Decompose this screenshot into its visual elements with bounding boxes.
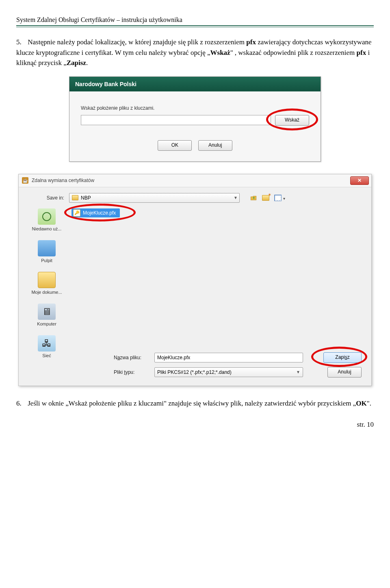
save-dialog-title: Zdalna wymiana certyfikatów xyxy=(32,178,350,183)
up-one-level-button[interactable] xyxy=(249,194,258,202)
computer-icon: 🖥 xyxy=(38,304,56,320)
chevron-down-icon: ▼ xyxy=(234,195,238,200)
save-dialog: ☕ Zdalna wymiana certyfikatów ✕ Save in:… xyxy=(18,174,372,386)
folder-up-icon xyxy=(250,194,257,202)
anuluj-button[interactable]: Anuluj xyxy=(327,367,362,378)
place-label: Moje dokume... xyxy=(24,290,69,295)
place-label: Pulpit xyxy=(24,258,69,263)
nbp-dialog: Narodowy Bank Polski Wskaż położenie pli… xyxy=(69,76,321,162)
save-dialog-titlebar: ☕ Zdalna wymiana certyfikatów ✕ xyxy=(19,174,371,187)
certificate-file-icon: 🔑 xyxy=(73,209,80,217)
new-folder-button[interactable]: ✶ xyxy=(262,194,270,202)
documents-icon xyxy=(38,272,56,288)
recent-icon xyxy=(38,208,56,225)
save-in-value: NBP xyxy=(81,195,91,201)
filetype-label: Pliki typu: xyxy=(114,369,154,375)
place-desktop[interactable]: Pulpit xyxy=(24,237,69,269)
zapisz-button[interactable]: Zapisz xyxy=(323,352,362,363)
file-path-input[interactable] xyxy=(81,115,271,125)
save-in-combo[interactable]: NBP ▼ xyxy=(69,193,240,203)
sparkle-icon: ✶ xyxy=(268,192,271,197)
place-label: Niedawno uż... xyxy=(24,226,69,231)
ok-button[interactable]: OK xyxy=(158,140,192,151)
places-bar: Niedawno uż... Pulpit Moje dokume... 🖥 K… xyxy=(24,205,69,380)
paragraph-6: 6. Jeśli w oknie „Wskaż położenie pliku … xyxy=(16,398,374,409)
network-icon: 🖧 xyxy=(38,335,56,351)
chevron-down-icon: ▾ xyxy=(283,196,285,201)
wskaz-button[interactable]: Wskaż xyxy=(275,115,309,126)
place-label: Komputer xyxy=(24,321,69,326)
grid-icon: ▾ xyxy=(274,195,282,201)
page-footer: str. 10 xyxy=(16,421,374,429)
nbp-instruction-label: Wskaż położenie pliku z kluczami. xyxy=(81,105,309,111)
save-in-label: Save in: xyxy=(24,195,69,201)
close-button[interactable]: ✕ xyxy=(350,176,369,185)
chevron-down-icon: ▼ xyxy=(296,370,300,374)
p5-text: Następnie należy podać lokalizację, w kt… xyxy=(16,38,372,67)
view-menu-button[interactable]: ▾ xyxy=(274,194,282,202)
p6-text: Jeśli w oknie „Wskaż położenie pliku z k… xyxy=(28,399,371,407)
place-computer[interactable]: 🖥 Komputer xyxy=(24,300,69,332)
place-label: Sieć xyxy=(24,353,69,358)
step-number: 5. xyxy=(16,37,26,48)
header-rule xyxy=(16,25,374,27)
doc-header: System Zdalnej Obsługi Certyfikatów – in… xyxy=(16,16,374,24)
paragraph-5: 5. Następnie należy podać lokalizację, w… xyxy=(16,37,374,68)
filename-input[interactable]: MojeKlucze.pfx xyxy=(154,353,303,362)
folder-icon xyxy=(72,195,78,200)
filetype-combo[interactable]: Pliki PKCS#12 (*.pfx;*.p12;*.dand) ▼ xyxy=(154,367,303,377)
filename-value: MojeKlucze.pfx xyxy=(157,355,190,360)
desktop-icon xyxy=(38,240,56,256)
file-list-area[interactable]: 🔑 MojeKlucze.pfx Nazwa pliku: MojeKlucze… xyxy=(69,205,364,380)
nbp-dialog-title: Narodowy Bank Polski xyxy=(69,77,321,91)
close-icon: ✕ xyxy=(358,178,362,183)
place-recent[interactable]: Niedawno uż... xyxy=(24,205,69,237)
java-icon: ☕ xyxy=(22,177,28,184)
anuluj-button[interactable]: Anuluj xyxy=(198,140,232,151)
file-name: MojeKlucze.pfx xyxy=(83,210,116,216)
file-item-selected[interactable]: 🔑 MojeKlucze.pfx xyxy=(72,208,120,217)
place-documents[interactable]: Moje dokume... xyxy=(24,269,69,300)
step-number: 6. xyxy=(16,398,26,409)
filetype-value: Pliki PKCS#12 (*.pfx;*.p12;*.dand) xyxy=(157,369,232,375)
filename-label: Nazwa pliku: xyxy=(114,355,154,360)
place-network[interactable]: 🖧 Sieć xyxy=(24,332,69,364)
